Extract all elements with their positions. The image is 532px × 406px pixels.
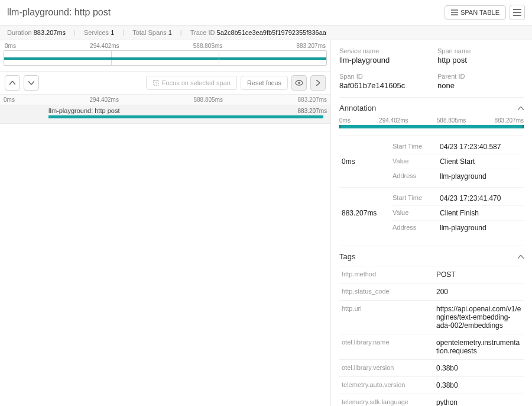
annotation-row: 0msStart Time04/23 17:23:40.587ValueClie… bbox=[339, 136, 524, 187]
ruler-tick: 294.402ms bbox=[89, 96, 118, 103]
tag-value: 0.38b0 bbox=[436, 364, 521, 372]
annotation-value: 04/23 17:23:41.470 bbox=[440, 194, 524, 202]
overview-tick: 294.402ms bbox=[90, 43, 119, 49]
toggle-visibility-button[interactable] bbox=[291, 75, 307, 91]
svg-point-9 bbox=[298, 82, 300, 84]
meta-bar: Duration 883.207ms | Services 1 | Total … bbox=[0, 25, 532, 40]
tag-value: 0.38b0 bbox=[436, 381, 521, 389]
span-row[interactable]: llm-playground: http post 883.207ms bbox=[0, 105, 330, 124]
tag-row: telemetry.auto.version0.38b0 bbox=[339, 376, 524, 394]
tag-key: telemetry.sdk.language bbox=[342, 398, 436, 406]
annotation-header[interactable]: Annotation bbox=[339, 104, 524, 112]
anno-tick: 294.402ms bbox=[379, 117, 408, 124]
ruler-tick: 588.805ms bbox=[193, 96, 222, 103]
tag-value: 200 bbox=[436, 288, 521, 296]
tag-key: telemetry.auto.version bbox=[342, 381, 436, 389]
focus-span-button[interactable]: Focus on selected span bbox=[146, 76, 237, 90]
annotation-value: llm-playground bbox=[440, 224, 524, 232]
annotation-value: Client Start bbox=[440, 157, 524, 166]
tag-row: telemetry.sdk.languagepython bbox=[339, 394, 524, 406]
hamburger-menu-button[interactable] bbox=[510, 5, 525, 20]
span-row-bar bbox=[48, 115, 323, 118]
chevron-up-icon bbox=[9, 81, 15, 85]
annotation-title: Annotation bbox=[339, 104, 376, 112]
overview-tick: 883.207ms bbox=[296, 43, 325, 49]
annotation-key: Start Time bbox=[392, 143, 440, 151]
anno-span-bar bbox=[339, 125, 524, 128]
tag-value: python bbox=[436, 398, 521, 406]
span-id-label: Span ID bbox=[339, 73, 426, 80]
list-icon bbox=[451, 9, 458, 15]
annotation-value: llm-playground bbox=[440, 172, 524, 181]
annotation-key: Address bbox=[392, 172, 440, 181]
svg-point-7 bbox=[155, 82, 157, 83]
expand-all-button[interactable] bbox=[24, 75, 39, 91]
target-icon bbox=[153, 79, 160, 86]
tag-key: http.status_code bbox=[342, 288, 436, 296]
reset-focus-button[interactable]: Reset focus bbox=[241, 76, 288, 90]
tag-key: otel.library.name bbox=[342, 339, 436, 355]
parent-id-label: Parent ID bbox=[437, 73, 524, 80]
page-title: llm-playground: http post bbox=[7, 7, 111, 18]
focus-span-label: Focus on selected span bbox=[162, 79, 231, 86]
annotation-key: Value bbox=[392, 157, 440, 166]
annotation-key: Address bbox=[392, 224, 440, 232]
meta-traceid-value: 5a2c8b51ce3ea9fb5f19792355f836aa bbox=[217, 29, 326, 36]
ruler-tick: 883.207ms bbox=[298, 96, 327, 103]
meta-services-value: 1 bbox=[111, 29, 114, 36]
service-name-label: Service name bbox=[339, 47, 426, 54]
span-table-label: SPAN TABLE bbox=[460, 9, 499, 16]
meta-duration-label: Duration bbox=[7, 29, 32, 36]
span-table-button[interactable]: SPAN TABLE bbox=[445, 5, 506, 20]
annotation-value: 04/23 17:23:40.587 bbox=[440, 143, 524, 151]
annotation-time: 883.207ms bbox=[339, 191, 392, 235]
meta-traceid-label: Trace ID bbox=[190, 29, 215, 36]
tag-key: http.url bbox=[342, 305, 436, 330]
tag-row: otel.library.nameopentelemetry.instrumen… bbox=[339, 334, 524, 359]
parent-id-value: none bbox=[437, 81, 524, 90]
hamburger-icon bbox=[513, 9, 521, 16]
meta-services-label: Services bbox=[84, 29, 109, 36]
span-row-name: llm-playground: http post bbox=[48, 107, 119, 114]
tags-title: Tags bbox=[339, 252, 355, 261]
collapse-all-button[interactable] bbox=[5, 75, 20, 91]
chevron-down-icon bbox=[28, 81, 34, 85]
overview-timeline[interactable]: 0ms 294.402ms 588.805ms 883.207ms bbox=[4, 43, 327, 70]
tag-key: http.method bbox=[342, 270, 436, 279]
anno-tick: 0ms bbox=[339, 117, 351, 124]
annotation-key: Start Time bbox=[392, 194, 440, 202]
tag-key: otel.library.version bbox=[342, 364, 436, 372]
annotation-row: 883.207msStart Time04/23 17:23:41.470Val… bbox=[339, 187, 524, 239]
tag-row: http.status_code200 bbox=[339, 283, 524, 300]
overview-tick: 0ms bbox=[5, 43, 16, 49]
meta-spans-label: Total Spans bbox=[132, 29, 166, 36]
meta-duration-value: 883.207ms bbox=[34, 29, 66, 36]
chevron-up-icon bbox=[518, 255, 524, 259]
span-id-value: 8af061b7e141605c bbox=[339, 81, 426, 90]
tag-row: otel.library.version0.38b0 bbox=[339, 359, 524, 376]
tag-value: opentelemetry.instrumentation.requests bbox=[436, 339, 521, 355]
service-name-value: llm-playground bbox=[339, 56, 426, 65]
next-button[interactable] bbox=[310, 75, 326, 91]
ruler-tick: 0ms bbox=[4, 96, 15, 103]
span-name-value: http post bbox=[437, 56, 524, 65]
tag-value: POST bbox=[436, 270, 521, 279]
annotation-key: Value bbox=[392, 209, 440, 217]
eye-icon bbox=[295, 80, 303, 86]
chevron-up-icon bbox=[518, 107, 524, 110]
anno-tick: 883.207ms bbox=[494, 117, 523, 124]
annotation-value: Client Finish bbox=[440, 209, 524, 217]
anno-tick: 588.805ms bbox=[437, 117, 466, 124]
tag-value: https://api.openai.com/v1/engines/text-e… bbox=[436, 305, 521, 330]
span-name-label: Span name bbox=[437, 47, 524, 54]
tag-row: http.methodPOST bbox=[339, 266, 524, 283]
tag-row: http.urlhttps://api.openai.com/v1/engine… bbox=[339, 300, 524, 334]
overview-span-bar bbox=[4, 57, 326, 60]
span-ruler: 0ms 294.402ms 588.805ms 883.207ms bbox=[0, 95, 330, 105]
annotation-time: 0ms bbox=[339, 140, 392, 183]
tags-header[interactable]: Tags bbox=[339, 252, 524, 261]
overview-tick: 588.805ms bbox=[193, 43, 222, 49]
meta-spans-value: 1 bbox=[168, 29, 172, 36]
chevron-right-icon bbox=[316, 80, 320, 86]
